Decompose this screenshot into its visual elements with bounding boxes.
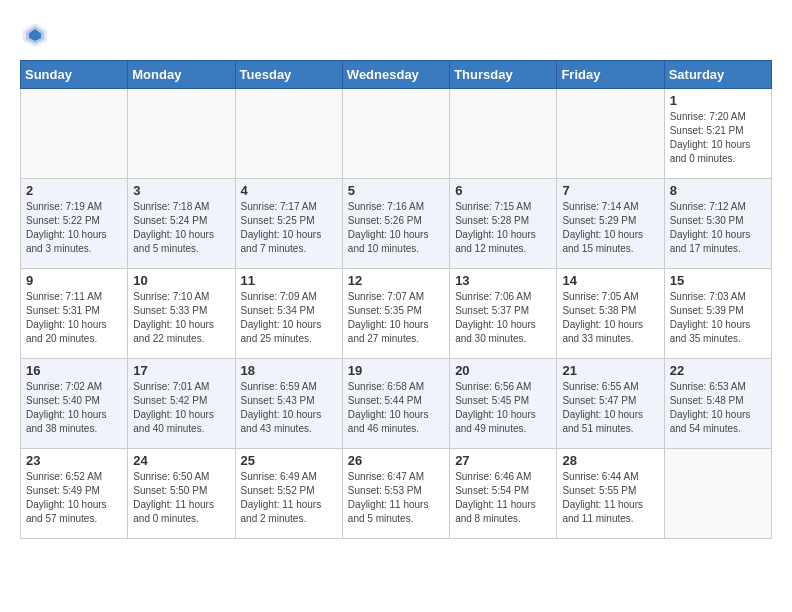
day-info: Sunrise: 6:56 AM Sunset: 5:45 PM Dayligh…: [455, 380, 551, 436]
day-number: 6: [455, 183, 551, 198]
calendar-cell: 7Sunrise: 7:14 AM Sunset: 5:29 PM Daylig…: [557, 179, 664, 269]
day-number: 23: [26, 453, 122, 468]
day-info: Sunrise: 7:02 AM Sunset: 5:40 PM Dayligh…: [26, 380, 122, 436]
calendar-cell: [342, 89, 449, 179]
day-number: 12: [348, 273, 444, 288]
calendar-cell: [450, 89, 557, 179]
day-number: 2: [26, 183, 122, 198]
weekday-header-sunday: Sunday: [21, 61, 128, 89]
day-number: 13: [455, 273, 551, 288]
day-info: Sunrise: 7:05 AM Sunset: 5:38 PM Dayligh…: [562, 290, 658, 346]
day-info: Sunrise: 7:06 AM Sunset: 5:37 PM Dayligh…: [455, 290, 551, 346]
calendar-cell: 14Sunrise: 7:05 AM Sunset: 5:38 PM Dayli…: [557, 269, 664, 359]
week-row-4: 16Sunrise: 7:02 AM Sunset: 5:40 PM Dayli…: [21, 359, 772, 449]
day-info: Sunrise: 7:18 AM Sunset: 5:24 PM Dayligh…: [133, 200, 229, 256]
day-info: Sunrise: 7:20 AM Sunset: 5:21 PM Dayligh…: [670, 110, 766, 166]
day-number: 26: [348, 453, 444, 468]
calendar-cell: 22Sunrise: 6:53 AM Sunset: 5:48 PM Dayli…: [664, 359, 771, 449]
day-info: Sunrise: 6:49 AM Sunset: 5:52 PM Dayligh…: [241, 470, 337, 526]
calendar-cell: 2Sunrise: 7:19 AM Sunset: 5:22 PM Daylig…: [21, 179, 128, 269]
calendar-cell: 20Sunrise: 6:56 AM Sunset: 5:45 PM Dayli…: [450, 359, 557, 449]
calendar-cell: 1Sunrise: 7:20 AM Sunset: 5:21 PM Daylig…: [664, 89, 771, 179]
day-info: Sunrise: 7:16 AM Sunset: 5:26 PM Dayligh…: [348, 200, 444, 256]
calendar-cell: [128, 89, 235, 179]
day-number: 17: [133, 363, 229, 378]
calendar-cell: 11Sunrise: 7:09 AM Sunset: 5:34 PM Dayli…: [235, 269, 342, 359]
calendar-cell: [664, 449, 771, 539]
day-info: Sunrise: 7:07 AM Sunset: 5:35 PM Dayligh…: [348, 290, 444, 346]
weekday-header-thursday: Thursday: [450, 61, 557, 89]
day-info: Sunrise: 7:01 AM Sunset: 5:42 PM Dayligh…: [133, 380, 229, 436]
calendar-cell: 9Sunrise: 7:11 AM Sunset: 5:31 PM Daylig…: [21, 269, 128, 359]
weekday-header-wednesday: Wednesday: [342, 61, 449, 89]
day-number: 18: [241, 363, 337, 378]
day-info: Sunrise: 6:50 AM Sunset: 5:50 PM Dayligh…: [133, 470, 229, 526]
day-number: 15: [670, 273, 766, 288]
logo: [20, 20, 54, 50]
calendar-cell: 8Sunrise: 7:12 AM Sunset: 5:30 PM Daylig…: [664, 179, 771, 269]
day-info: Sunrise: 7:11 AM Sunset: 5:31 PM Dayligh…: [26, 290, 122, 346]
calendar-cell: 10Sunrise: 7:10 AM Sunset: 5:33 PM Dayli…: [128, 269, 235, 359]
calendar-cell: 3Sunrise: 7:18 AM Sunset: 5:24 PM Daylig…: [128, 179, 235, 269]
calendar-cell: 25Sunrise: 6:49 AM Sunset: 5:52 PM Dayli…: [235, 449, 342, 539]
day-info: Sunrise: 7:17 AM Sunset: 5:25 PM Dayligh…: [241, 200, 337, 256]
calendar-cell: 21Sunrise: 6:55 AM Sunset: 5:47 PM Dayli…: [557, 359, 664, 449]
day-number: 22: [670, 363, 766, 378]
weekday-header-friday: Friday: [557, 61, 664, 89]
day-info: Sunrise: 7:15 AM Sunset: 5:28 PM Dayligh…: [455, 200, 551, 256]
day-info: Sunrise: 6:55 AM Sunset: 5:47 PM Dayligh…: [562, 380, 658, 436]
day-info: Sunrise: 7:03 AM Sunset: 5:39 PM Dayligh…: [670, 290, 766, 346]
day-number: 4: [241, 183, 337, 198]
day-info: Sunrise: 6:46 AM Sunset: 5:54 PM Dayligh…: [455, 470, 551, 526]
day-number: 14: [562, 273, 658, 288]
day-info: Sunrise: 6:47 AM Sunset: 5:53 PM Dayligh…: [348, 470, 444, 526]
calendar-cell: [557, 89, 664, 179]
day-info: Sunrise: 7:09 AM Sunset: 5:34 PM Dayligh…: [241, 290, 337, 346]
calendar-cell: 24Sunrise: 6:50 AM Sunset: 5:50 PM Dayli…: [128, 449, 235, 539]
calendar-cell: 26Sunrise: 6:47 AM Sunset: 5:53 PM Dayli…: [342, 449, 449, 539]
day-number: 8: [670, 183, 766, 198]
calendar-table: SundayMondayTuesdayWednesdayThursdayFrid…: [20, 60, 772, 539]
day-info: Sunrise: 7:19 AM Sunset: 5:22 PM Dayligh…: [26, 200, 122, 256]
day-number: 27: [455, 453, 551, 468]
calendar-cell: 13Sunrise: 7:06 AM Sunset: 5:37 PM Dayli…: [450, 269, 557, 359]
week-row-3: 9Sunrise: 7:11 AM Sunset: 5:31 PM Daylig…: [21, 269, 772, 359]
day-number: 5: [348, 183, 444, 198]
day-number: 19: [348, 363, 444, 378]
day-info: Sunrise: 6:59 AM Sunset: 5:43 PM Dayligh…: [241, 380, 337, 436]
calendar-cell: 15Sunrise: 7:03 AM Sunset: 5:39 PM Dayli…: [664, 269, 771, 359]
day-number: 11: [241, 273, 337, 288]
calendar-cell: 12Sunrise: 7:07 AM Sunset: 5:35 PM Dayli…: [342, 269, 449, 359]
week-row-2: 2Sunrise: 7:19 AM Sunset: 5:22 PM Daylig…: [21, 179, 772, 269]
calendar-cell: 17Sunrise: 7:01 AM Sunset: 5:42 PM Dayli…: [128, 359, 235, 449]
day-info: Sunrise: 7:10 AM Sunset: 5:33 PM Dayligh…: [133, 290, 229, 346]
calendar-cell: [235, 89, 342, 179]
day-info: Sunrise: 6:44 AM Sunset: 5:55 PM Dayligh…: [562, 470, 658, 526]
weekday-header-saturday: Saturday: [664, 61, 771, 89]
day-number: 24: [133, 453, 229, 468]
day-info: Sunrise: 6:58 AM Sunset: 5:44 PM Dayligh…: [348, 380, 444, 436]
calendar-cell: 18Sunrise: 6:59 AM Sunset: 5:43 PM Dayli…: [235, 359, 342, 449]
day-number: 7: [562, 183, 658, 198]
day-number: 3: [133, 183, 229, 198]
day-number: 16: [26, 363, 122, 378]
calendar-cell: 16Sunrise: 7:02 AM Sunset: 5:40 PM Dayli…: [21, 359, 128, 449]
weekday-header-tuesday: Tuesday: [235, 61, 342, 89]
day-info: Sunrise: 7:12 AM Sunset: 5:30 PM Dayligh…: [670, 200, 766, 256]
calendar-cell: 27Sunrise: 6:46 AM Sunset: 5:54 PM Dayli…: [450, 449, 557, 539]
week-row-1: 1Sunrise: 7:20 AM Sunset: 5:21 PM Daylig…: [21, 89, 772, 179]
calendar-cell: 28Sunrise: 6:44 AM Sunset: 5:55 PM Dayli…: [557, 449, 664, 539]
calendar-cell: 19Sunrise: 6:58 AM Sunset: 5:44 PM Dayli…: [342, 359, 449, 449]
day-number: 28: [562, 453, 658, 468]
weekday-header-row: SundayMondayTuesdayWednesdayThursdayFrid…: [21, 61, 772, 89]
logo-icon: [20, 20, 50, 50]
calendar-cell: 4Sunrise: 7:17 AM Sunset: 5:25 PM Daylig…: [235, 179, 342, 269]
day-number: 25: [241, 453, 337, 468]
day-number: 21: [562, 363, 658, 378]
calendar-cell: 23Sunrise: 6:52 AM Sunset: 5:49 PM Dayli…: [21, 449, 128, 539]
day-number: 1: [670, 93, 766, 108]
day-info: Sunrise: 6:52 AM Sunset: 5:49 PM Dayligh…: [26, 470, 122, 526]
day-info: Sunrise: 6:53 AM Sunset: 5:48 PM Dayligh…: [670, 380, 766, 436]
calendar-cell: [21, 89, 128, 179]
page-header: [20, 20, 772, 50]
